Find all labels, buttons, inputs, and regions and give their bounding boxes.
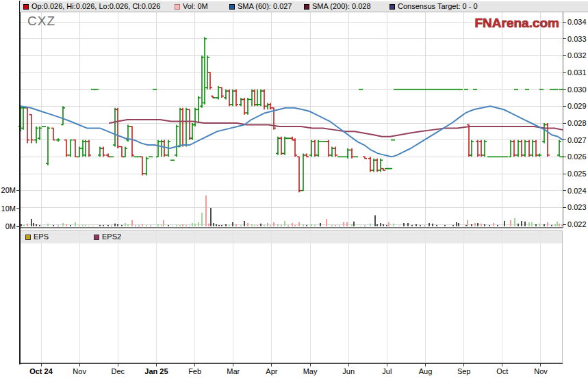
volume-bar: [66, 224, 67, 226]
volume-bar: [127, 224, 129, 226]
volume-bar: [551, 225, 552, 226]
volume-bar: [221, 225, 222, 226]
volume-bar: [477, 223, 478, 226]
volume-bar: [436, 225, 437, 226]
volume-bar: [471, 224, 472, 226]
volume-bar: [452, 225, 454, 226]
volume-bar: [561, 225, 563, 226]
volume-bar: [326, 219, 327, 226]
volume-bar: [125, 223, 126, 226]
volume-bar: [75, 222, 76, 226]
volume-bar: [386, 225, 387, 226]
legend-swatch-icon: [389, 4, 395, 10]
volume-bar: [117, 224, 118, 226]
price-axis-label: 0.023: [567, 203, 587, 211]
volume-bar: [210, 208, 212, 226]
volume-bar: [264, 225, 265, 226]
price-axis-label: 0.034: [567, 18, 587, 26]
eps-legend-item: EPS: [25, 232, 49, 241]
volume-bar: [351, 224, 353, 226]
legend-swatch-icon: [23, 4, 29, 10]
price-axis-label: 0.024: [567, 187, 587, 195]
volume-bar: [399, 226, 400, 226]
volume-bar: [298, 222, 300, 226]
eps-panel-border: [21, 231, 563, 363]
price-axis-label: 0.022: [567, 220, 587, 228]
volume-bar: [277, 224, 279, 226]
volume-bar: [559, 224, 560, 226]
volume-bar: [194, 224, 196, 226]
volume-bar: [244, 221, 245, 226]
month-axis-label: Mar: [227, 367, 240, 375]
volume-bar: [192, 223, 193, 226]
legend-label: Vol: 0M: [183, 2, 208, 11]
volume-bar: [393, 224, 394, 226]
volume-bar: [161, 225, 162, 226]
volume-bar: [521, 221, 522, 226]
volume-bar: [62, 223, 64, 226]
volume-bar: [514, 218, 515, 226]
volume-bar: [57, 226, 59, 226]
volume-bar: [27, 224, 28, 226]
volume-bar: [370, 224, 371, 226]
volume-bar: [131, 220, 133, 226]
eps-legend-label: EPS2: [102, 232, 121, 241]
volume-bar: [420, 225, 421, 226]
volume-bar: [189, 226, 190, 226]
volume-bar: [114, 224, 116, 226]
volume-bar: [168, 225, 169, 226]
volume-bar: [524, 222, 526, 226]
month-axis-label: Sep: [457, 367, 471, 375]
volume-bar: [85, 225, 86, 226]
sma200-line: [110, 120, 563, 137]
volume-axis-label: 20M: [1, 186, 16, 194]
volume-bar: [493, 223, 494, 226]
volume-bar: [254, 225, 255, 226]
volume-bar: [163, 220, 164, 226]
volume-bar: [481, 224, 482, 226]
volume-bar: [407, 223, 409, 226]
volume-bar: [182, 224, 183, 226]
volume-bar: [82, 225, 84, 226]
price-axis-label: 0.033: [567, 35, 587, 43]
volume-bar: [213, 223, 214, 226]
fnarena-stock-chart: 0.0340.0330.0320.0310.0300.0290.0280.027…: [0, 0, 588, 387]
price-axis-label: 0.031: [567, 68, 587, 77]
legend-item: Op:0.026, Hi:0.026, Lo:0.026, Cl:0.026: [23, 2, 160, 11]
month-axis-label: Nov: [534, 367, 548, 375]
ticker-symbol: CXZ: [27, 14, 55, 29]
volume-bar: [287, 226, 289, 226]
month-axis-label: Oct: [496, 367, 508, 375]
volume-bar: [240, 225, 242, 226]
volume-bar: [383, 224, 384, 226]
volume-bar: [292, 223, 293, 226]
volume-bar: [424, 226, 425, 226]
price-axis-label: 0.027: [567, 136, 587, 144]
legend-swatch-icon: [304, 4, 309, 10]
volume-bar: [320, 223, 321, 226]
volume-bar: [306, 225, 307, 226]
volume-bar: [172, 226, 173, 226]
volume-bar: [273, 222, 274, 226]
volume-bar: [146, 225, 147, 226]
volume-bar: [21, 224, 22, 226]
volume-bar: [374, 215, 376, 226]
eps-legend-bar: EPSEPS2: [20, 230, 563, 243]
month-axis-label: Aug: [419, 367, 433, 375]
volume-bar: [411, 225, 413, 226]
price-axis-label: 0.029: [567, 102, 587, 110]
volume-bar: [331, 225, 333, 226]
volume-bar: [376, 224, 378, 226]
volume-bar: [247, 223, 248, 226]
volume-bar: [232, 222, 233, 226]
volume-bar: [294, 225, 296, 226]
legend-swatch-icon: [175, 4, 180, 10]
price-axis-label: 0.028: [567, 119, 587, 127]
volume-bar: [429, 223, 430, 226]
volume-bar: [257, 225, 258, 226]
legend-swatch-icon: [229, 4, 235, 10]
volume-bar: [504, 221, 505, 226]
legend-label: SMA (200): 0.028: [312, 2, 371, 11]
volume-bar: [335, 225, 336, 226]
volume-bar: [79, 225, 80, 226]
